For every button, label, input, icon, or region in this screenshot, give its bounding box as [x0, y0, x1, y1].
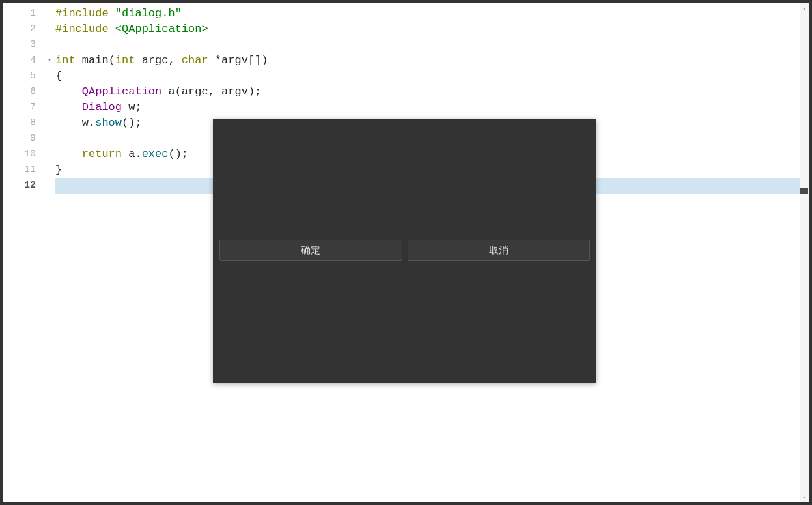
code-line[interactable]: #include <QApplication>: [55, 22, 800, 37]
fold-marker: [44, 147, 55, 162]
line-number: 1: [3, 6, 44, 22]
ok-button[interactable]: 确定: [219, 240, 402, 261]
fold-collapse-icon[interactable]: ▾: [44, 53, 55, 68]
fold-marker: [44, 115, 55, 131]
fold-marker: [44, 131, 55, 147]
code-line[interactable]: #include "dialog.h": [55, 6, 800, 22]
fold-marker: [44, 22, 55, 37]
cancel-button[interactable]: 取消: [408, 240, 591, 261]
fold-marker: [44, 68, 55, 84]
line-number: 5: [3, 68, 44, 84]
line-number-current: 12: [3, 178, 44, 194]
line-number: 10: [3, 147, 44, 162]
scroll-up-icon[interactable]: ▴: [800, 3, 809, 12]
fold-marker: [44, 37, 55, 53]
vertical-scrollbar[interactable]: ▴ ▾: [800, 3, 809, 502]
minimap-cursor-mark: [800, 188, 808, 194]
line-number: 8: [3, 115, 44, 131]
fold-marker: [44, 162, 55, 178]
fold-marker: [44, 6, 55, 22]
code-line[interactable]: [55, 37, 800, 53]
line-number: 11: [3, 162, 44, 178]
code-line[interactable]: Dialog w;: [55, 100, 800, 115]
code-line[interactable]: {: [55, 68, 800, 84]
line-number: 3: [3, 37, 44, 53]
line-number: 9: [3, 131, 44, 147]
fold-marker: [44, 100, 55, 115]
dialog-window[interactable]: 确定 取消: [213, 119, 596, 383]
line-number: 2: [3, 22, 44, 37]
fold-gutter: ▾: [44, 3, 55, 502]
line-number: 4: [3, 53, 44, 68]
line-number-gutter: 1 2 3 4 5 6 7 8 9 10 11 12: [3, 3, 44, 502]
code-line[interactable]: int main(int argc, char *argv[]): [55, 53, 800, 68]
fold-marker: [44, 178, 55, 194]
fold-marker: [44, 84, 55, 100]
code-line[interactable]: QApplication a(argc, argv);: [55, 84, 800, 100]
line-number: 7: [3, 100, 44, 115]
line-number: 6: [3, 84, 44, 100]
scroll-down-icon[interactable]: ▾: [800, 493, 809, 502]
dialog-button-row: 确定 取消: [219, 240, 590, 261]
